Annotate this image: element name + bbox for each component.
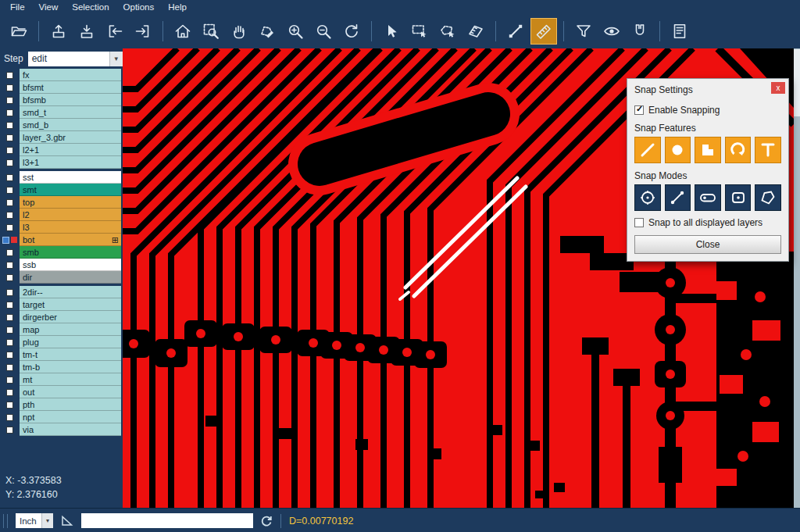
enable-snapping-row[interactable]: Enable Snapping — [634, 105, 781, 116]
layer-checkbox-tm-t[interactable] — [6, 352, 13, 359]
toolbar-select-pointer-button[interactable] — [378, 18, 405, 45]
layer-checkbox-plug[interactable] — [6, 339, 13, 346]
toolbar-export-top-button[interactable] — [45, 18, 72, 45]
layer-name-smb[interactable]: smb — [20, 246, 121, 259]
layer-name-bot[interactable]: bot⊞ — [20, 234, 121, 246]
layer-name-l2+1[interactable]: l2+1 — [20, 144, 121, 156]
layer-name-sst[interactable]: sst — [20, 171, 121, 184]
layer-checkbox-fx[interactable] — [6, 72, 13, 79]
refresh-icon[interactable] — [260, 515, 273, 527]
toolbar-zoom-window-button[interactable] — [198, 18, 224, 45]
toolbar-zoom-in-button[interactable] — [282, 18, 309, 45]
snap-feature-surface-button[interactable] — [695, 137, 721, 163]
vertical-scrollbar[interactable] — [794, 48, 800, 508]
layer-checkbox-mt[interactable] — [6, 377, 13, 384]
layer-checkbox-bot[interactable] — [2, 237, 9, 244]
layer-checkbox-sst[interactable] — [6, 174, 13, 181]
layer-name-out[interactable]: out — [20, 386, 121, 398]
layer-checkbox-pth[interactable] — [6, 402, 13, 409]
toolbar-shift-right-button[interactable] — [130, 18, 156, 45]
snap-all-layers-checkbox[interactable] — [634, 218, 644, 227]
layer-name-dirgerber[interactable]: dirgerber — [20, 311, 121, 323]
layer-checkbox-target[interactable] — [6, 302, 13, 309]
snap-feature-pad-button[interactable] — [665, 137, 691, 163]
layer-name-dir[interactable]: dir — [20, 271, 121, 284]
toolbar-zoom-home-button[interactable] — [170, 18, 196, 45]
layer-name-mt[interactable]: mt — [20, 373, 121, 386]
chevron-down-icon[interactable] — [109, 52, 123, 66]
layer-name-bfsmt[interactable]: bfsmt — [20, 81, 121, 94]
layer-checkbox-npt[interactable] — [6, 414, 13, 421]
layer-checkbox-l3+1[interactable] — [6, 159, 13, 166]
layer-name-layer_3.gbr[interactable]: layer_3.gbr — [20, 131, 121, 144]
step-dropdown[interactable]: edit — [28, 52, 123, 66]
layer-name-map[interactable]: map — [20, 323, 121, 336]
toolbar-visibility-button[interactable] — [598, 18, 625, 45]
layer-name-l3[interactable]: l3 — [20, 221, 121, 234]
layer-checkbox-l2[interactable] — [6, 212, 13, 219]
layer-name-2dir--[interactable]: 2dir-- — [20, 286, 121, 298]
toolbar-measure-button[interactable] — [462, 18, 489, 45]
layer-checkbox-smt[interactable] — [6, 187, 13, 194]
layer-checkbox-bfsmt[interactable] — [6, 84, 13, 91]
layer-name-pth[interactable]: pth — [20, 398, 121, 411]
layer-name-l2[interactable]: l2 — [20, 209, 121, 221]
layer-name-target[interactable]: target — [20, 298, 121, 311]
snap-mode-line-button[interactable] — [665, 184, 691, 211]
layer-checkbox-tm-b[interactable] — [6, 364, 13, 371]
layer-checkbox-out[interactable] — [6, 389, 13, 396]
layer-name-smt[interactable]: smt — [20, 184, 121, 196]
toolbar-report-button[interactable] — [666, 18, 693, 45]
layer-name-smd_t[interactable]: smd_t — [20, 106, 121, 119]
layer-name-tm-b[interactable]: tm-b — [20, 361, 121, 373]
layer-checkbox-via[interactable] — [6, 427, 13, 434]
toolbar-snap-button[interactable] — [627, 18, 653, 45]
dialog-close-button[interactable]: x — [771, 82, 785, 94]
enable-snapping-checkbox[interactable] — [634, 105, 644, 115]
layer-checkbox-top[interactable] — [6, 199, 13, 206]
snap-feature-arc-button[interactable] — [725, 137, 752, 163]
layer-checkbox-ssb[interactable] — [6, 262, 13, 269]
close-button[interactable]: Close — [634, 235, 781, 254]
layer-checkbox-dir[interactable] — [6, 274, 13, 281]
chevron-down-icon[interactable] — [41, 513, 53, 528]
layer-checkbox-layer_3.gbr[interactable] — [6, 134, 13, 141]
snap-feature-text-button[interactable] — [755, 137, 781, 163]
menu-selection[interactable]: Selection — [65, 2, 116, 12]
snap-mode-pad-button[interactable] — [725, 184, 752, 211]
scrollbar-thumb[interactable] — [794, 49, 800, 116]
toolbar-line-tool-button[interactable] — [502, 18, 529, 45]
toolbar-pan-button[interactable] — [226, 18, 252, 45]
layer-name-npt[interactable]: npt — [20, 411, 121, 423]
toolbar-ruler-button[interactable] — [530, 18, 557, 45]
snap-mode-slot-button[interactable] — [695, 184, 721, 211]
snap-all-layers-row[interactable]: Snap to all displayed layers — [634, 217, 781, 228]
layer-name-fx[interactable]: fx — [20, 69, 121, 81]
layer-checkbox-smb[interactable] — [6, 249, 13, 256]
layer-checkbox-dirgerber[interactable] — [6, 314, 13, 321]
layer-name-ssb[interactable]: ssb — [20, 259, 121, 271]
layer-name-top[interactable]: top — [20, 196, 121, 209]
toolbar-open-file-button[interactable] — [5, 18, 32, 45]
layer-checkbox-smd_b[interactable] — [6, 122, 13, 129]
layer-checkbox-l2+1[interactable] — [6, 147, 13, 154]
layer-name-bfsmb[interactable]: bfsmb — [20, 94, 121, 106]
toolbar-import-bottom-button[interactable] — [73, 18, 100, 45]
toolbar-zoom-out-button[interactable] — [310, 18, 337, 45]
menu-view[interactable]: View — [32, 2, 66, 12]
menu-file[interactable]: File — [3, 2, 32, 12]
snap-mode-center-button[interactable] — [634, 184, 661, 211]
toolbar-shift-left-button[interactable] — [102, 18, 128, 45]
command-input[interactable] — [81, 513, 253, 528]
toolbar-zoom-previous-button[interactable] — [338, 18, 365, 45]
toolbar-zoom-polygon-button[interactable] — [254, 18, 280, 45]
snap-feature-line-button[interactable] — [634, 137, 661, 163]
toolbar-filter-button[interactable] — [570, 18, 597, 45]
unit-dropdown[interactable]: Inch — [16, 513, 53, 528]
menu-options[interactable]: Options — [116, 2, 162, 12]
layer-checkbox-smd_t[interactable] — [6, 109, 13, 116]
snap-mode-contour-button[interactable] — [755, 184, 781, 211]
layer-name-via[interactable]: via — [20, 423, 121, 436]
layer-name-l3+1[interactable]: l3+1 — [20, 156, 121, 169]
layer-name-plug[interactable]: plug — [20, 336, 121, 348]
